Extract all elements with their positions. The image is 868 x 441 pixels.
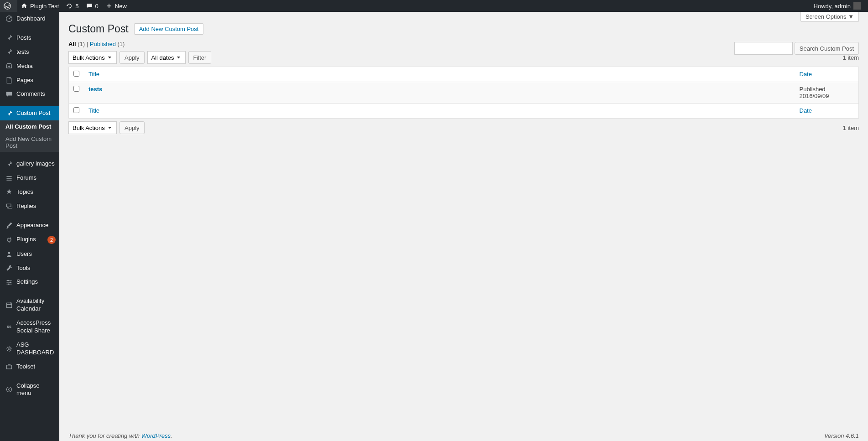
search-box: Search Custom Post (734, 42, 859, 55)
sidebar-item-custom-post[interactable]: Custom Post (0, 106, 59, 120)
tablenav-top-left: Bulk Actions Apply All dates Filter (68, 51, 211, 64)
sidebar-item-label: gallery images (16, 160, 56, 168)
sidebar-item-label: Plugins (16, 236, 46, 244)
row-title-cell: tests (84, 82, 795, 104)
search-button[interactable]: Search Custom Post (795, 42, 859, 55)
menu-separator (0, 215, 59, 217)
sidebar-item-label: Posts (16, 34, 56, 42)
sidebar-item-media[interactable]: Media (0, 59, 59, 73)
sidebar-item-plugins[interactable]: Plugins2 (0, 233, 59, 247)
sidebar-item-availability-calendar[interactable]: Availability Calendar (0, 294, 59, 316)
filter-published-link[interactable]: Published (90, 41, 116, 47)
admin-toolbar: Plugin Test 5 0 New Howdy, admin (0, 0, 868, 12)
site-name-link[interactable]: Plugin Test (17, 0, 62, 12)
bulk-actions-select-bottom[interactable]: Bulk Actions (68, 121, 117, 134)
topics-icon (5, 188, 14, 196)
menu-separator (0, 153, 59, 156)
page-icon (5, 77, 14, 84)
row-date-cell: Published2016/09/09 (795, 82, 859, 104)
sidebar-item-comments[interactable]: Comments (0, 87, 59, 101)
toolbar-right: Howdy, admin (810, 0, 868, 12)
sidebar-item-posts[interactable]: Posts (0, 31, 59, 45)
sidebar-item-appearance[interactable]: Appearance (0, 218, 59, 233)
media-icon (5, 62, 14, 70)
add-new-button[interactable]: Add New Custom Post (134, 23, 204, 35)
comments-link[interactable]: 0 (83, 0, 102, 12)
sidebar-item-label: AccessPress Social Share (16, 319, 56, 335)
sidebar-item-topics[interactable]: Topics (0, 185, 59, 199)
collapse-menu[interactable]: Collapse menu (0, 379, 59, 401)
sidebar-item-toolset[interactable]: Toolset (0, 360, 59, 374)
sidebar-item-label: ASG DASHBOARD (16, 341, 56, 357)
search-input[interactable] (734, 42, 793, 55)
updates-link[interactable]: 5 (62, 0, 82, 12)
svg-point-6 (10, 281, 11, 283)
title-header-bottom[interactable]: Title (84, 104, 795, 119)
submenu-add-new[interactable]: Add New Custom Post (0, 133, 59, 152)
menu-separator (0, 375, 59, 378)
sidebar-item-pages[interactable]: Pages (0, 73, 59, 88)
submenu: All Custom PostAdd New Custom Post (0, 120, 59, 152)
sidebar-item-accesspress-social-share[interactable]: ssAccessPress Social Share (0, 316, 59, 338)
wp-logo[interactable] (0, 0, 17, 12)
sidebar-item-gallery-images[interactable]: gallery images (0, 157, 59, 171)
sidebar-item-tools[interactable]: Tools (0, 261, 59, 275)
sidebar-item-users[interactable]: Users (0, 247, 59, 261)
svg-point-11 (6, 387, 11, 392)
sidebar-item-tests[interactable]: tests (0, 45, 59, 59)
bulk-apply-top[interactable]: Apply (120, 51, 145, 64)
home-icon (21, 3, 27, 9)
new-content-link[interactable]: New (102, 0, 130, 12)
date-header-top[interactable]: Date (795, 67, 859, 82)
admin-footer: Thank you for creating with WordPress. V… (68, 432, 859, 441)
filter-all-link[interactable]: All (68, 41, 76, 47)
item-count-bottom: 1 item (843, 125, 859, 131)
my-account-link[interactable]: Howdy, admin (810, 0, 864, 12)
screen-options-button[interactable]: Screen Options ▼ (800, 12, 859, 22)
date-filter-select[interactable]: All dates (147, 51, 186, 64)
footer-thankyou: Thank you for creating with WordPress. (68, 432, 172, 439)
select-all-checkbox-top[interactable] (73, 71, 79, 77)
bulk-apply-bottom[interactable]: Apply (120, 121, 145, 134)
sidebar-item-label: Forums (16, 174, 56, 182)
filter-all-count: (1) (78, 41, 85, 47)
sidebar-item-label: Pages (16, 77, 56, 84)
dashboard-icon (5, 15, 14, 22)
sidebar-item-label: Appearance (16, 222, 56, 229)
tablenav-bottom: Bulk Actions Apply 1 item (68, 121, 859, 134)
pin-icon (5, 161, 14, 168)
sidebar-item-label: Comments (16, 90, 56, 98)
row-title-link[interactable]: tests (88, 86, 102, 93)
brush-icon (5, 222, 14, 229)
sidebar-item-asg-dashboard[interactable]: ASG DASHBOARD (0, 338, 59, 360)
svg-point-9 (8, 348, 10, 350)
row-checkbox[interactable] (73, 86, 79, 92)
submenu-all[interactable]: All Custom Post (0, 120, 59, 133)
plus-icon (106, 3, 112, 9)
sidebar-item-replies[interactable]: Replies (0, 199, 59, 213)
pin-icon (5, 48, 14, 56)
heading-row: Custom Post Add New Custom Post (68, 23, 859, 35)
svg-point-4 (8, 252, 10, 254)
sidebar-item-label: Availability Calendar (16, 297, 56, 313)
svg-rect-8 (6, 303, 11, 307)
sidebar-item-dashboard[interactable]: Dashboard (0, 12, 59, 26)
table-row: testsPublished2016/09/09 (69, 82, 859, 104)
menu-separator (0, 103, 59, 105)
user-icon (5, 250, 14, 258)
bulk-actions-select-top[interactable]: Bulk Actions (68, 51, 117, 64)
sidebar-item-forums[interactable]: Forums (0, 171, 59, 185)
filter-published-count: (1) (118, 41, 125, 47)
sidebar-item-settings[interactable]: Settings (0, 275, 59, 289)
pin-icon (5, 34, 14, 42)
svg-point-5 (7, 280, 9, 281)
toolbar-left: Plugin Test 5 0 New (0, 0, 810, 12)
update-icon (66, 3, 73, 9)
pin-icon (5, 110, 14, 117)
select-all-checkbox-bottom[interactable] (73, 107, 79, 113)
title-header-top[interactable]: Title (84, 67, 795, 82)
svg-rect-10 (6, 365, 11, 369)
filter-button[interactable]: Filter (188, 51, 212, 64)
wordpress-link[interactable]: WordPress (141, 432, 171, 439)
date-header-bottom[interactable]: Date (795, 104, 859, 119)
